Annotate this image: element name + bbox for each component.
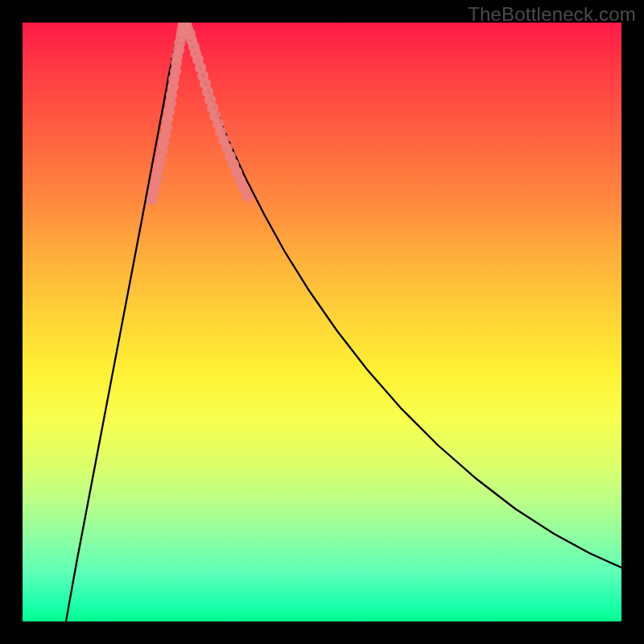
plot-area [23,23,621,621]
chart-svg [23,23,621,621]
curve-lines [66,23,621,621]
data-marker [242,191,253,202]
curve-bottleneck-curve-right [184,23,621,568]
chart-frame: TheBottleneck.com [0,0,644,644]
watermark-text: TheBottleneck.com [468,3,636,26]
